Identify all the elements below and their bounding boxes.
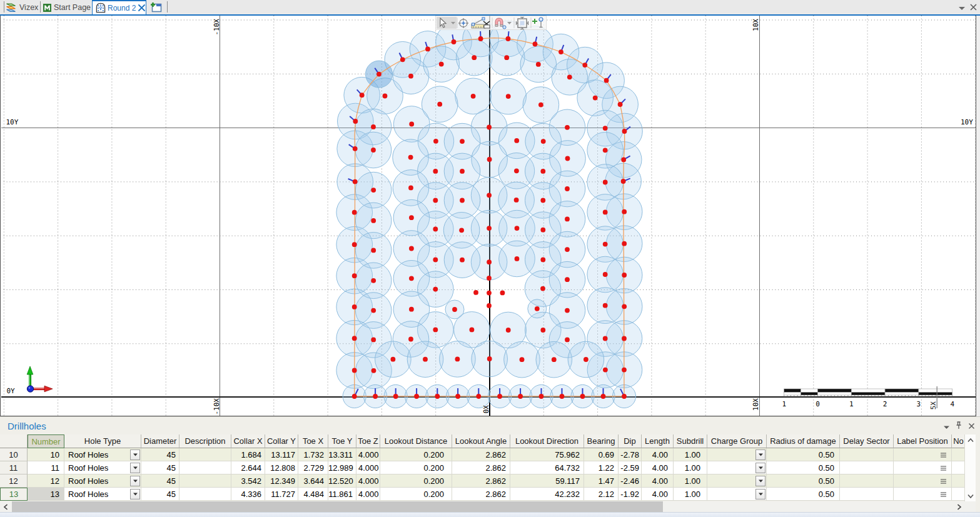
cell-13-diameter[interactable]: 45 [141,488,179,501]
drillhole-collar-dot[interactable] [371,338,376,343]
drillhole-collar-dot[interactable] [518,394,523,399]
column-header-lookout-direction[interactable]: Lookout Direction [510,434,584,448]
drillhole-collar-dot[interactable] [472,55,477,60]
grid-horizontal-scrollbar[interactable] [0,501,964,512]
drillhole-collar-dot[interactable] [622,336,627,341]
drillhole-collar-dot[interactable] [455,394,460,399]
drillhole-collar-dot[interactable] [504,55,509,60]
cell-12-toe-y[interactable]: 12.520 [328,474,356,488]
drillhole-collar-dot[interactable] [352,368,357,373]
drillhole-collar-dot[interactable] [353,119,358,124]
cell-10-diameter[interactable]: 45 [141,448,179,461]
cell-11-lookout-angle[interactable]: 2.862 [452,461,510,474]
label-position-icon[interactable] [941,466,946,471]
move-element-tool-icon[interactable] [516,17,528,29]
drillhole-collar-dot[interactable] [565,338,570,343]
drillhole-collar-dot[interactable] [540,228,545,233]
drillhole-collar-dot[interactable] [371,124,376,129]
scroll-right-arrow[interactable] [954,501,964,512]
drillhole-collar-dot[interactable] [459,228,464,233]
cell-13-hole-type[interactable]: Roof Holes [64,488,141,501]
cell-11-no[interactable] [952,461,964,474]
drillhole-collar-dot[interactable] [360,93,365,98]
cell-10-toe-x[interactable]: 1.732 [298,448,328,461]
drillhole-collar-dot[interactable] [423,357,428,362]
drillhole-collar-dot[interactable] [371,368,376,373]
drillhole-collar-dot[interactable] [383,94,388,99]
drillhole-collar-dot[interactable] [514,198,519,203]
cell-12-radius-of-damage[interactable]: 0.50 [767,474,840,488]
cell-12-no[interactable] [952,474,964,488]
cell-13-no[interactable] [952,488,964,501]
cell-13-description[interactable] [179,488,231,501]
cell-11-length[interactable]: 4.00 [642,461,674,474]
drillhole-collar-dot[interactable] [439,62,444,67]
drillhole-collar-dot[interactable] [408,337,413,342]
drillhole-collar-dot[interactable] [393,394,398,399]
label-position-icon[interactable] [941,453,946,458]
cell-12-delay-sector[interactable] [840,474,894,488]
cell-dropdown-button[interactable] [755,449,765,460]
tab-round-2[interactable]: Round 2 [92,0,146,14]
cell-12-toe-z[interactable]: 4.000 [356,474,380,488]
cell-13-collar-x[interactable]: 4.336 [231,488,265,501]
drillhole-collar-dot[interactable] [565,308,570,313]
column-header-row-selector[interactable] [0,434,28,448]
cell-13-radius-of-damage[interactable]: 0.50 [767,488,840,501]
drillhole-collar-dot[interactable] [622,209,627,214]
drillhole-collar-dot[interactable] [433,198,438,203]
drillhole-collar-dot[interactable] [352,304,357,309]
drillhole-collar-dot[interactable] [560,394,565,399]
panel-close-icon[interactable] [968,421,975,432]
drillhole-collar-dot[interactable] [565,156,570,161]
column-header-radius-of-damage[interactable]: Radius of damage [767,434,840,448]
column-header-dip[interactable]: Dip [619,434,642,448]
cell-12-bearing[interactable]: 1.47 [584,474,619,488]
drillhole-collar-dot[interactable] [408,74,413,79]
cell-13-toe-z[interactable]: 4.000 [356,488,380,501]
label-position-icon[interactable] [941,479,946,484]
drillhole-collar-dot[interactable] [593,96,598,101]
cell-11-collar-y[interactable]: 12.808 [265,461,298,474]
cell-10-toe-y[interactable]: 13.311 [328,448,356,461]
cell-11-diameter[interactable]: 45 [141,461,179,474]
label-position-icon[interactable] [941,492,946,497]
cell-10-lookout-angle[interactable]: 2.862 [452,448,510,461]
drillhole-collar-dot[interactable] [460,139,465,144]
drillhole-collar-dot[interactable] [425,47,430,52]
cell-10-radius-of-damage[interactable]: 0.50 [767,448,840,461]
drillhole-collar-dot[interactable] [540,169,545,174]
panel-pin-icon[interactable] [956,421,962,432]
drillhole-collar-dot[interactable] [515,256,520,261]
column-header-number[interactable]: Number [28,434,64,448]
drillhole-collar-dot[interactable] [478,36,483,41]
cell-13-collar-y[interactable]: 11.727 [265,488,298,501]
drillhole-collar-dot[interactable] [371,308,376,313]
drillhole-collar-dot[interactable] [487,356,492,361]
row-header-10[interactable]: 10 [0,448,28,461]
drillhole-collar-dot[interactable] [621,179,626,184]
cell-13-lookout-angle[interactable]: 2.862 [452,488,510,501]
drillhole-collar-dot[interactable] [409,215,414,220]
column-header-no[interactable]: No [952,434,964,448]
drillhole-collar-dot[interactable] [603,336,608,341]
cell-13-subdrill[interactable]: 1.00 [674,488,707,501]
drillhole-collar-dot[interactable] [583,357,589,362]
cell-10-subdrill[interactable]: 1.00 [674,448,707,461]
cell-dropdown-button[interactable] [130,489,140,499]
drillhole-collar-dot[interactable] [433,227,438,232]
cell-10-toe-z[interactable]: 4.000 [356,448,380,461]
drillhole-collar-dot[interactable] [540,328,545,333]
cell-dropdown-button[interactable] [755,476,765,486]
drillhole-collar-dot[interactable] [487,276,492,281]
drillhole-collar-dot[interactable] [460,198,465,203]
cell-dropdown-button[interactable] [130,449,140,460]
drillhole-collar-dot[interactable] [533,42,538,47]
grid-vertical-scrollbar[interactable] [964,434,976,501]
drillhole-collar-dot[interactable] [603,368,608,373]
drillhole-collar-dot[interactable] [371,248,376,253]
cell-13-charge-group[interactable] [707,488,767,501]
cell-13-bearing[interactable]: 2.12 [584,488,619,501]
panel-dropdown-icon[interactable] [944,421,949,432]
drillhole-collar-dot[interactable] [487,259,492,264]
